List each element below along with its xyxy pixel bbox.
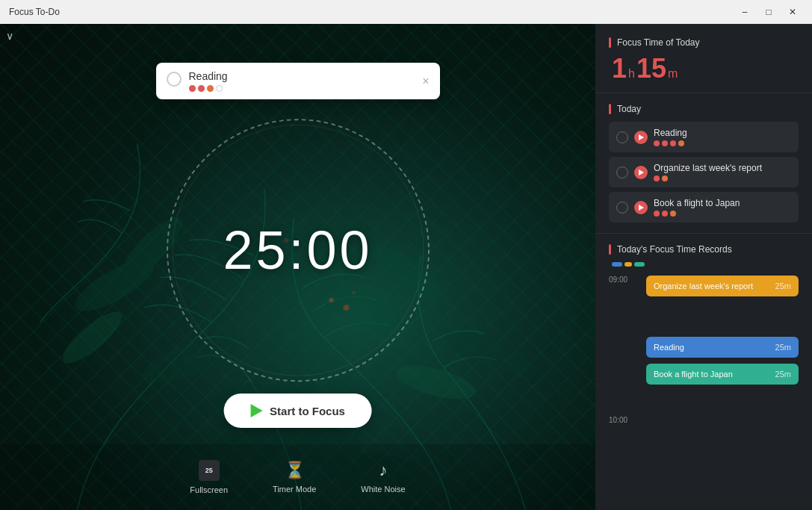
app-title: Focus To-Do — [9, 7, 60, 17]
record-name-flight: Book a flight to Japan — [654, 370, 733, 379]
task-item-reading[interactable]: Reading — [609, 122, 799, 152]
records-section-title: Today's Focus Time Records — [617, 244, 732, 255]
org-tdot-2 — [662, 175, 668, 181]
task-completion-circle[interactable] — [167, 72, 182, 87]
task-card-left: Reading — [167, 70, 228, 92]
minimize-button[interactable]: – — [734, 4, 755, 19]
task-info-reading: Reading — [654, 128, 791, 146]
records-section-header: Today's Focus Time Records — [609, 244, 799, 255]
priority-dot-4 — [216, 85, 223, 92]
calendar-number: 25 — [205, 467, 213, 474]
task-play-organize[interactable] — [634, 166, 648, 179]
flt-tdot-1 — [654, 211, 660, 217]
timer-container: 25:00 — [156, 108, 440, 392]
record-duration-organize: 25m — [775, 282, 791, 290]
bottom-toolbar: 25 Fullscreen ⏳ Timer Mode ♪ White Noise — [0, 444, 595, 510]
white-noise-label: White Noise — [361, 485, 405, 494]
task-name-reading: Reading — [654, 128, 791, 138]
time-label-0900: 09:00 — [609, 276, 627, 284]
flt-tdot-3 — [670, 211, 676, 217]
task-dots-organize — [654, 175, 791, 181]
timeline-bar — [609, 262, 799, 267]
today-section-header: Today — [609, 104, 799, 114]
focus-hours: 1 — [612, 55, 627, 82]
play-triangle-reading — [639, 134, 644, 140]
today-indicator — [609, 104, 611, 114]
toolbar-white-noise[interactable]: ♪ White Noise — [361, 461, 405, 494]
toolbar-fullscreen[interactable]: 25 Fullscreen — [190, 460, 228, 494]
title-bar: Focus To-Do – □ ✕ — [0, 0, 812, 24]
task-card: Reading × — [156, 63, 440, 99]
task-dots-flight — [654, 211, 791, 217]
records-indicator — [609, 244, 611, 255]
play-triangle-organize — [639, 170, 644, 175]
task-check-organize[interactable] — [616, 167, 628, 178]
org-tdot-1 — [654, 175, 660, 181]
tdot-3 — [670, 140, 676, 146]
task-check-flight[interactable] — [616, 202, 628, 214]
record-name-organize: Organize last week's report — [654, 282, 753, 290]
timer-mode-icon: ⏳ — [285, 461, 305, 480]
task-play-flight[interactable] — [634, 201, 648, 214]
record-flight: Book a flight to Japan 25m — [646, 364, 799, 385]
priority-dot-2 — [198, 85, 205, 92]
close-button[interactable]: ✕ — [782, 4, 803, 19]
records-section: Today's Focus Time Records 09:00 Organiz… — [595, 234, 812, 450]
start-focus-button[interactable]: Start to Focus — [223, 394, 372, 428]
fullscreen-icon: 25 — [199, 460, 220, 481]
focus-indicator — [609, 37, 611, 48]
record-duration-flight: 25m — [775, 370, 791, 379]
timer-display: 25:00 — [223, 220, 372, 281]
play-icon — [250, 404, 262, 417]
tdot-4 — [678, 140, 684, 146]
toolbar-timer-mode[interactable]: ⏳ Timer Mode — [273, 461, 316, 494]
record-reading: Reading 25m — [646, 337, 799, 358]
task-play-reading[interactable] — [634, 131, 648, 144]
task-name-organize: Organize last week's report — [654, 163, 791, 173]
focus-h-unit: h — [628, 67, 635, 81]
task-info-flight: Book a flight to Japan — [654, 198, 791, 217]
focus-section-header: Focus Time of Today — [609, 37, 799, 48]
bar-seg-orange — [625, 262, 632, 267]
tdot-1 — [654, 140, 660, 146]
today-section-title: Today — [617, 104, 641, 114]
priority-dot-3 — [207, 85, 214, 92]
main-layout: ∨ Reading × — [0, 24, 812, 510]
task-priority-dots — [189, 85, 228, 92]
maximize-button[interactable]: □ — [758, 4, 779, 19]
task-check-reading[interactable] — [616, 131, 628, 143]
start-button-label: Start to Focus — [270, 405, 345, 417]
record-name-reading: Reading — [654, 343, 684, 352]
white-noise-icon: ♪ — [379, 461, 388, 480]
bar-seg-blue — [612, 262, 622, 267]
today-section: Today Reading — [595, 93, 812, 234]
focus-m-unit: m — [668, 67, 678, 81]
task-card-close-button[interactable]: × — [422, 75, 429, 87]
focus-time-section: Focus Time of Today 1 h 15 m — [595, 24, 812, 93]
timeline-spacer — [646, 302, 799, 337]
priority-dot-1 — [189, 85, 196, 92]
fullscreen-label: Fullscreen — [190, 485, 228, 494]
chevron-button[interactable]: ∨ — [6, 30, 13, 42]
focus-section-title: Focus Time of Today — [617, 37, 700, 48]
task-item-flight[interactable]: Book a flight to Japan — [609, 192, 799, 223]
task-item-organize[interactable]: Organize last week's report — [609, 157, 799, 187]
svg-point-7 — [56, 305, 128, 371]
focus-minutes: 15 — [636, 55, 666, 82]
timer-mode-label: Timer Mode — [273, 485, 316, 494]
window-controls: – □ ✕ — [734, 4, 803, 19]
right-panel: Focus Time of Today 1 h 15 m Today — [595, 24, 812, 510]
task-name-flight: Book a flight to Japan — [654, 198, 791, 208]
bar-seg-teal — [634, 262, 645, 267]
task-card-info: Reading — [189, 70, 228, 92]
timeline-records: 09:00 Organize last week's report 25m Re… — [609, 276, 799, 440]
record-duration-reading: 25m — [775, 343, 791, 352]
task-dots-reading — [654, 140, 791, 146]
play-triangle-flight — [639, 205, 644, 211]
calendar-icon-box: 25 — [199, 460, 220, 481]
center-panel: ∨ Reading × — [0, 24, 595, 510]
task-info-organize: Organize last week's report — [654, 163, 791, 181]
record-organize: Organize last week's report 25m — [646, 276, 799, 296]
focus-time-display: 1 h 15 m — [609, 55, 799, 82]
flt-tdot-2 — [662, 211, 668, 217]
